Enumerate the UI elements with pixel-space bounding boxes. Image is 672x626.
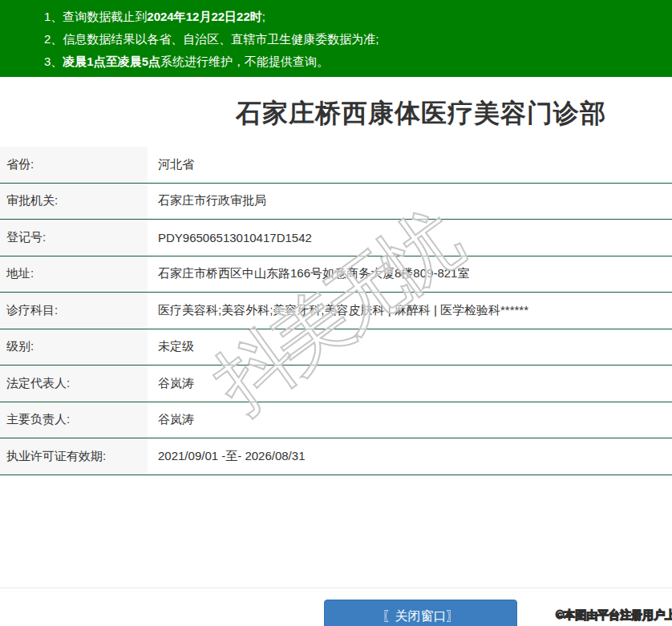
row-value: PDY96506513010417D1542: [148, 220, 312, 256]
notice-line-3: 3、凌晨1点至凌晨5点系统进行维护，不能提供查询。: [44, 50, 672, 73]
row-label: 登记号:: [0, 220, 148, 256]
row-value: 石家庄市行政审批局: [148, 184, 266, 220]
notice-line-2: 2、信息数据结果以各省、自治区、直辖市卫生健康委数据为准;: [44, 28, 672, 50]
table-row-legal-representative: 法定代表人: 谷岚涛: [0, 366, 672, 402]
row-value: 未定级: [148, 329, 194, 366]
row-label: 主要负责人:: [0, 402, 148, 438]
notice-line-1-post: ;: [262, 10, 265, 23]
row-value: 2021/09/01 -至- 2026/08/31: [148, 438, 305, 475]
notice-bar: 1、查询数据截止到2024年12月22日22时; 2、信息数据结果以各省、自治区…: [0, 0, 672, 77]
notice-line-3-post: 系统进行维护，不能提供查询。: [160, 55, 329, 68]
row-label: 诊疗科目:: [0, 293, 148, 329]
notice-line-1-bold: 2024年12月22日22时: [147, 10, 261, 23]
row-value: 河北省: [148, 147, 194, 183]
row-value: 石家庄市桥西区中山东路166号如意商务大厦8楼809-821室: [148, 256, 469, 293]
table-row-province: 省份: 河北省: [0, 147, 672, 184]
table-row-license-validity: 执业许可证有效期: 2021/09/01 -至- 2026/08/31: [0, 438, 672, 475]
table-row-approval-authority: 审批机关: 石家庄市行政审批局: [0, 184, 672, 220]
row-label: 省份:: [0, 147, 148, 183]
info-table: 省份: 河北省 审批机关: 石家庄市行政审批局 登记号: PDY96506513…: [0, 147, 672, 475]
copyright-stamp: ©本图由平台注册用户上传: [556, 608, 672, 623]
row-label: 法定代表人:: [0, 366, 148, 402]
table-row-level: 级别: 未定级: [0, 329, 672, 366]
row-label: 审批机关:: [0, 184, 148, 220]
row-value: 医疗美容科;美容外科;美容牙科;美容皮肤科 | 麻醉科 | 医学检验科*****…: [148, 293, 528, 329]
row-label: 地址:: [0, 256, 148, 293]
notice-line-3-bold: 凌晨1点至凌晨5点: [63, 55, 160, 68]
row-label: 执业许可证有效期:: [0, 438, 148, 475]
table-row-registration-number: 登记号: PDY96506513010417D1542: [0, 220, 672, 256]
close-window-button[interactable]: 〖关闭窗口〗: [324, 600, 517, 626]
table-row-treatment-subjects: 诊疗科目: 医疗美容科;美容外科;美容牙科;美容皮肤科 | 麻醉科 | 医学检验…: [0, 293, 672, 329]
notice-line-1: 1、查询数据截止到2024年12月22日22时;: [44, 6, 672, 28]
row-value: 谷岚涛: [148, 366, 194, 402]
notice-line-2-num: 2、: [44, 32, 63, 46]
notice-line-2-pre: 信息数据结果以各省、自治区、直辖市卫生健康委数据为准;: [63, 32, 379, 46]
notice-line-1-num: 1、: [44, 10, 63, 23]
page-title: 石家庄桥西康体医疗美容门诊部: [0, 96, 672, 131]
notice-line-1-pre: 查询数据截止到: [63, 10, 147, 23]
notice-line-3-num: 3、: [44, 55, 63, 68]
table-row-address: 地址: 石家庄市桥西区中山东路166号如意商务大厦8楼809-821室: [0, 256, 672, 293]
row-label: 级别:: [0, 329, 148, 366]
table-row-main-person-in-charge: 主要负责人: 谷岚涛: [0, 402, 672, 439]
row-value: 谷岚涛: [148, 402, 194, 438]
footer-divider: [0, 588, 672, 588]
